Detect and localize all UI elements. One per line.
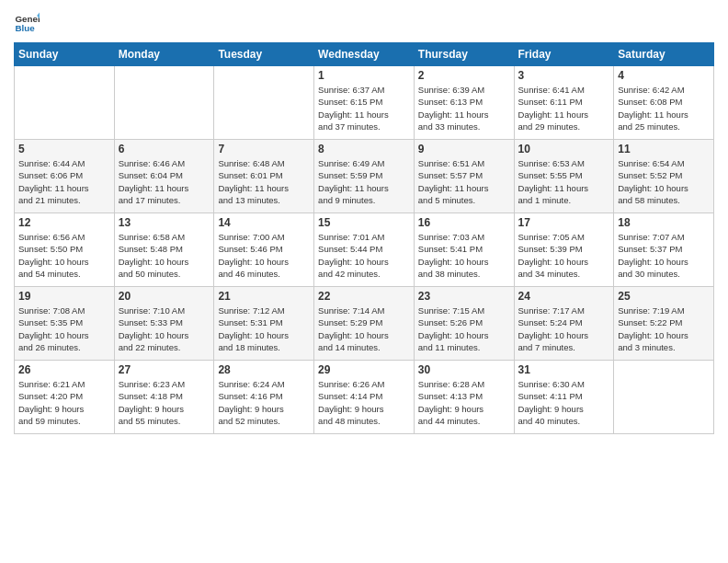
day-number: 19 [18, 290, 110, 303]
calendar-cell: 16Sunrise: 7:03 AM Sunset: 5:41 PM Dayli… [414, 213, 514, 287]
svg-text:Blue: Blue [15, 23, 35, 33]
week-row-2: 12Sunrise: 6:56 AM Sunset: 5:50 PM Dayli… [15, 213, 714, 287]
day-number: 29 [318, 363, 410, 376]
calendar-cell: 2Sunrise: 6:39 AM Sunset: 6:13 PM Daylig… [414, 66, 514, 140]
day-number: 28 [218, 363, 310, 376]
day-info: Sunrise: 6:23 AM Sunset: 4:18 PM Dayligh… [119, 378, 210, 427]
calendar-cell: 20Sunrise: 7:10 AM Sunset: 5:33 PM Dayli… [114, 287, 214, 361]
calendar-cell: 5Sunrise: 6:44 AM Sunset: 6:06 PM Daylig… [15, 140, 115, 213]
calendar-cell: 19Sunrise: 7:08 AM Sunset: 5:35 PM Dayli… [15, 287, 115, 361]
calendar-cell: 8Sunrise: 6:49 AM Sunset: 5:59 PM Daylig… [314, 140, 415, 213]
day-number: 5 [18, 143, 110, 155]
calendar-cell: 28Sunrise: 6:24 AM Sunset: 4:16 PM Dayli… [214, 361, 314, 434]
page-container: General Blue SundayMondayTuesdayWednesda… [0, 0, 728, 439]
day-info: Sunrise: 7:01 AM Sunset: 5:44 PM Dayligh… [318, 231, 410, 280]
day-info: Sunrise: 6:28 AM Sunset: 4:13 PM Dayligh… [418, 378, 510, 427]
calendar-cell: 1Sunrise: 6:37 AM Sunset: 6:15 PM Daylig… [314, 66, 415, 140]
day-number: 11 [618, 143, 710, 155]
day-info: Sunrise: 7:19 AM Sunset: 5:22 PM Dayligh… [618, 304, 710, 353]
day-number: 6 [119, 143, 210, 155]
calendar-cell: 31Sunrise: 6:30 AM Sunset: 4:11 PM Dayli… [514, 361, 614, 434]
day-number: 8 [318, 143, 410, 155]
day-number: 16 [418, 216, 510, 229]
calendar-cell: 15Sunrise: 7:01 AM Sunset: 5:44 PM Dayli… [314, 213, 415, 287]
calendar-cell: 11Sunrise: 6:54 AM Sunset: 5:52 PM Dayli… [614, 140, 714, 213]
day-info: Sunrise: 6:53 AM Sunset: 5:55 PM Dayligh… [518, 157, 610, 206]
calendar-cell [15, 66, 115, 140]
header-day-friday: Friday [514, 43, 614, 66]
day-info: Sunrise: 6:44 AM Sunset: 6:06 PM Dayligh… [18, 157, 110, 206]
header-row: SundayMondayTuesdayWednesdayThursdayFrid… [15, 43, 714, 66]
day-info: Sunrise: 6:48 AM Sunset: 6:01 PM Dayligh… [218, 157, 310, 206]
calendar-cell: 4Sunrise: 6:42 AM Sunset: 6:08 PM Daylig… [614, 66, 714, 140]
calendar-cell: 30Sunrise: 6:28 AM Sunset: 4:13 PM Dayli… [414, 361, 514, 434]
logo-icon: General Blue [14, 9, 40, 35]
day-info: Sunrise: 7:10 AM Sunset: 5:33 PM Dayligh… [119, 304, 210, 353]
day-info: Sunrise: 7:00 AM Sunset: 5:46 PM Dayligh… [218, 231, 310, 280]
day-info: Sunrise: 6:54 AM Sunset: 5:52 PM Dayligh… [618, 157, 710, 206]
day-number: 24 [518, 290, 610, 303]
calendar-cell [614, 361, 714, 434]
calendar-cell: 9Sunrise: 6:51 AM Sunset: 5:57 PM Daylig… [414, 140, 514, 213]
calendar-body: 1Sunrise: 6:37 AM Sunset: 6:15 PM Daylig… [15, 66, 714, 434]
day-number: 31 [518, 363, 610, 376]
day-number: 9 [418, 143, 510, 155]
day-info: Sunrise: 7:08 AM Sunset: 5:35 PM Dayligh… [18, 304, 110, 353]
calendar-cell: 3Sunrise: 6:41 AM Sunset: 6:11 PM Daylig… [514, 66, 614, 140]
calendar-cell: 25Sunrise: 7:19 AM Sunset: 5:22 PM Dayli… [614, 287, 714, 361]
day-number: 12 [18, 216, 110, 229]
day-number: 13 [119, 216, 210, 229]
day-info: Sunrise: 6:56 AM Sunset: 5:50 PM Dayligh… [18, 231, 110, 280]
day-number: 25 [618, 290, 710, 303]
day-number: 26 [18, 363, 110, 376]
calendar-cell: 6Sunrise: 6:46 AM Sunset: 6:04 PM Daylig… [114, 140, 214, 213]
day-number: 17 [518, 216, 610, 229]
day-number: 22 [318, 290, 410, 303]
logo: General Blue [14, 9, 43, 35]
calendar-cell: 21Sunrise: 7:12 AM Sunset: 5:31 PM Dayli… [214, 287, 314, 361]
day-info: Sunrise: 7:07 AM Sunset: 5:37 PM Dayligh… [618, 231, 710, 280]
day-info: Sunrise: 7:03 AM Sunset: 5:41 PM Dayligh… [418, 231, 510, 280]
day-number: 4 [618, 69, 710, 82]
day-info: Sunrise: 7:05 AM Sunset: 5:39 PM Dayligh… [518, 231, 610, 280]
day-number: 14 [218, 216, 310, 229]
day-info: Sunrise: 7:14 AM Sunset: 5:29 PM Dayligh… [318, 304, 410, 353]
day-info: Sunrise: 6:24 AM Sunset: 4:16 PM Dayligh… [218, 378, 310, 427]
day-number: 7 [218, 143, 310, 155]
calendar-cell: 14Sunrise: 7:00 AM Sunset: 5:46 PM Dayli… [214, 213, 314, 287]
week-row-4: 26Sunrise: 6:21 AM Sunset: 4:20 PM Dayli… [15, 361, 714, 434]
header-day-monday: Monday [114, 43, 214, 66]
day-info: Sunrise: 6:46 AM Sunset: 6:04 PM Dayligh… [119, 157, 210, 206]
day-number: 18 [618, 216, 710, 229]
calendar-cell: 22Sunrise: 7:14 AM Sunset: 5:29 PM Dayli… [314, 287, 415, 361]
day-number: 10 [518, 143, 610, 155]
calendar-cell: 12Sunrise: 6:56 AM Sunset: 5:50 PM Dayli… [15, 213, 115, 287]
day-info: Sunrise: 7:15 AM Sunset: 5:26 PM Dayligh… [418, 304, 510, 353]
header-day-tuesday: Tuesday [214, 43, 314, 66]
day-info: Sunrise: 6:39 AM Sunset: 6:13 PM Dayligh… [418, 84, 510, 132]
day-info: Sunrise: 6:51 AM Sunset: 5:57 PM Dayligh… [418, 157, 510, 206]
day-info: Sunrise: 7:17 AM Sunset: 5:24 PM Dayligh… [518, 304, 610, 353]
header-day-wednesday: Wednesday [314, 43, 415, 66]
day-number: 1 [318, 69, 410, 82]
calendar-cell: 13Sunrise: 6:58 AM Sunset: 5:48 PM Dayli… [114, 213, 214, 287]
day-info: Sunrise: 6:49 AM Sunset: 5:59 PM Dayligh… [318, 157, 410, 206]
day-info: Sunrise: 6:37 AM Sunset: 6:15 PM Dayligh… [318, 84, 410, 132]
calendar-cell: 10Sunrise: 6:53 AM Sunset: 5:55 PM Dayli… [514, 140, 614, 213]
day-number: 20 [119, 290, 210, 303]
day-number: 3 [518, 69, 610, 82]
day-info: Sunrise: 6:42 AM Sunset: 6:08 PM Dayligh… [618, 84, 710, 132]
calendar-cell [114, 66, 214, 140]
week-row-0: 1Sunrise: 6:37 AM Sunset: 6:15 PM Daylig… [15, 66, 714, 140]
calendar-cell: 26Sunrise: 6:21 AM Sunset: 4:20 PM Dayli… [15, 361, 115, 434]
calendar-table: SundayMondayTuesdayWednesdayThursdayFrid… [14, 42, 714, 434]
calendar-cell: 23Sunrise: 7:15 AM Sunset: 5:26 PM Dayli… [414, 287, 514, 361]
day-number: 23 [418, 290, 510, 303]
header-day-saturday: Saturday [614, 43, 714, 66]
day-number: 2 [418, 69, 510, 82]
day-info: Sunrise: 6:30 AM Sunset: 4:11 PM Dayligh… [518, 378, 610, 427]
week-row-1: 5Sunrise: 6:44 AM Sunset: 6:06 PM Daylig… [15, 140, 714, 213]
calendar-cell: 24Sunrise: 7:17 AM Sunset: 5:24 PM Dayli… [514, 287, 614, 361]
calendar-header: SundayMondayTuesdayWednesdayThursdayFrid… [15, 43, 714, 66]
week-row-3: 19Sunrise: 7:08 AM Sunset: 5:35 PM Dayli… [15, 287, 714, 361]
